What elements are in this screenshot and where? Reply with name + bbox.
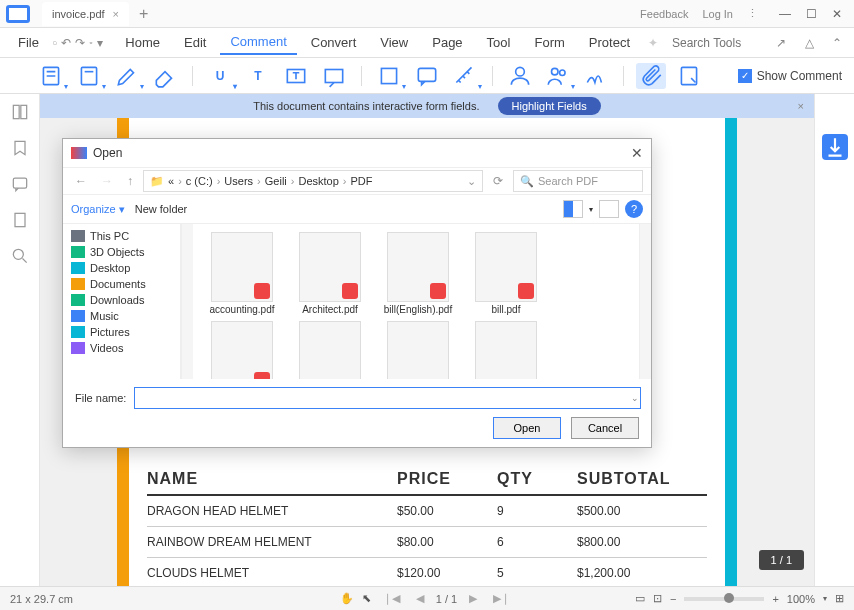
close-icon[interactable]: ✕ [631, 145, 643, 161]
bookmark-icon[interactable] [10, 138, 30, 158]
help-icon[interactable]: ? [625, 200, 643, 218]
menu-edit[interactable]: Edit [174, 31, 216, 54]
maximize-button[interactable]: ☐ [798, 0, 824, 28]
menu-tool[interactable]: Tool [477, 31, 521, 54]
cancel-button[interactable]: Cancel [571, 417, 639, 439]
login-link[interactable]: Log In [702, 8, 733, 20]
tree-item-desktop[interactable]: Desktop [63, 260, 180, 276]
tree-item-downloads[interactable]: Downloads [63, 292, 180, 308]
organize-button[interactable]: Organize ▾ [71, 203, 125, 216]
eraser-tool[interactable] [150, 63, 180, 89]
tree-item-pictures[interactable]: Pictures [63, 324, 180, 340]
forward-icon[interactable]: → [97, 174, 117, 188]
pencil-tool[interactable]: ▾ [112, 63, 142, 89]
highlight-fields-button[interactable]: Highlight Fields [498, 97, 601, 115]
file-item[interactable] [377, 321, 459, 379]
tree-item-documents[interactable]: Documents [63, 276, 180, 292]
menu-comment[interactable]: Comment [220, 30, 296, 55]
prev-page-icon[interactable]: ◀ [412, 592, 428, 605]
users-tool[interactable]: ▾ [543, 63, 573, 89]
feedback-link[interactable]: Feedback [640, 8, 688, 20]
undo-icon[interactable]: ↶ [61, 34, 71, 52]
expand-icon[interactable]: ⌃ [828, 34, 846, 52]
search-tools-input[interactable] [672, 36, 762, 50]
up-icon[interactable]: ↑ [123, 174, 137, 188]
attachment-tool[interactable] [636, 63, 666, 89]
new-folder-button[interactable]: New folder [135, 203, 188, 215]
zoom-in-icon[interactable]: + [772, 593, 778, 605]
zoom-slider[interactable] [684, 597, 764, 601]
download-icon[interactable] [822, 134, 848, 160]
tree-item-3d[interactable]: 3D Objects [63, 244, 180, 260]
more-icon[interactable]: ⋮ [747, 7, 758, 20]
zoom-value[interactable]: 100% [787, 593, 815, 605]
document-tab[interactable]: invoice.pdf × [42, 2, 129, 26]
first-page-icon[interactable]: ❘◀ [379, 592, 404, 605]
edit-note-tool[interactable] [674, 63, 704, 89]
comment-tool[interactable] [412, 63, 442, 89]
redo-icon[interactable]: ↷ [75, 34, 85, 52]
file-item[interactable]: Architect.pdf [289, 232, 371, 315]
last-page-icon[interactable]: ▶❘ [489, 592, 514, 605]
print-icon[interactable] [89, 34, 93, 52]
preview-button[interactable] [599, 200, 619, 218]
file-item[interactable] [465, 321, 547, 379]
file-item[interactable]: bill(English).pdf [377, 232, 459, 315]
tree-scrollbar[interactable] [181, 224, 193, 379]
external-icon[interactable]: ↗ [772, 34, 790, 52]
close-button[interactable]: ✕ [824, 0, 850, 28]
zoom-out-icon[interactable]: − [670, 593, 676, 605]
comments-icon[interactable] [10, 174, 30, 194]
close-icon[interactable]: × [798, 100, 804, 112]
back-icon[interactable]: ← [71, 174, 91, 188]
dialog-search[interactable]: 🔍 Search PDF [513, 170, 643, 192]
wand-icon[interactable]: ✦ [644, 34, 662, 52]
save-icon[interactable] [53, 34, 57, 52]
menu-form[interactable]: Form [524, 31, 574, 54]
tree-item-videos[interactable]: Videos [63, 340, 180, 356]
page-number[interactable]: 1 / 1 [436, 593, 457, 605]
cloud-icon[interactable]: △ [800, 34, 818, 52]
file-item[interactable] [289, 321, 371, 379]
file-item[interactable]: bill.pdf [465, 232, 547, 315]
file-menu[interactable]: File [8, 31, 49, 54]
menu-page[interactable]: Page [422, 31, 472, 54]
textbox-tool[interactable] [281, 63, 311, 89]
sign-tool[interactable] [581, 63, 611, 89]
shape-tool[interactable]: ▾ [374, 63, 404, 89]
text-tool[interactable]: T [243, 63, 273, 89]
open-button[interactable]: Open [493, 417, 561, 439]
select-tool-icon[interactable]: ⬉ [362, 592, 371, 605]
dropdown-icon[interactable]: ▾ [97, 34, 103, 52]
callout-tool[interactable] [319, 63, 349, 89]
new-tab-button[interactable]: + [139, 5, 148, 23]
next-page-icon[interactable]: ▶ [465, 592, 481, 605]
menu-home[interactable]: Home [115, 31, 170, 54]
hand-tool-icon[interactable]: ✋ [340, 592, 354, 605]
menu-convert[interactable]: Convert [301, 31, 367, 54]
breadcrumb[interactable]: 📁 «› c (C:)› Users› Geili› Desktop› PDF … [143, 170, 483, 192]
search-icon[interactable] [10, 246, 30, 266]
user-tool[interactable] [505, 63, 535, 89]
view-mode-button[interactable] [563, 200, 583, 218]
fit-page-icon[interactable]: ⊡ [653, 592, 662, 605]
fullscreen-icon[interactable]: ⊞ [835, 592, 844, 605]
filename-input[interactable] [134, 387, 641, 409]
minimize-button[interactable]: — [772, 0, 798, 28]
file-item[interactable]: accounting.pdf [201, 232, 283, 315]
menu-view[interactable]: View [370, 31, 418, 54]
underline-tool[interactable]: U▾ [205, 63, 235, 89]
stamp-tool[interactable]: ▾ [74, 63, 104, 89]
refresh-icon[interactable]: ⟳ [489, 174, 507, 188]
thumbnails-icon[interactable] [10, 102, 30, 122]
view-mode-icon[interactable]: ▭ [635, 592, 645, 605]
close-icon[interactable]: × [113, 8, 119, 20]
menu-protect[interactable]: Protect [579, 31, 640, 54]
file-scrollbar[interactable] [639, 224, 651, 379]
measure-tool[interactable]: ▾ [450, 63, 480, 89]
file-item[interactable]: cad2 (1).pdf [201, 321, 283, 379]
tree-item-thispc[interactable]: This PC [63, 228, 180, 244]
show-comment-checkbox[interactable]: ✓ [738, 69, 752, 83]
note-tool[interactable]: ▾ [36, 63, 66, 89]
tree-item-music[interactable]: Music [63, 308, 180, 324]
